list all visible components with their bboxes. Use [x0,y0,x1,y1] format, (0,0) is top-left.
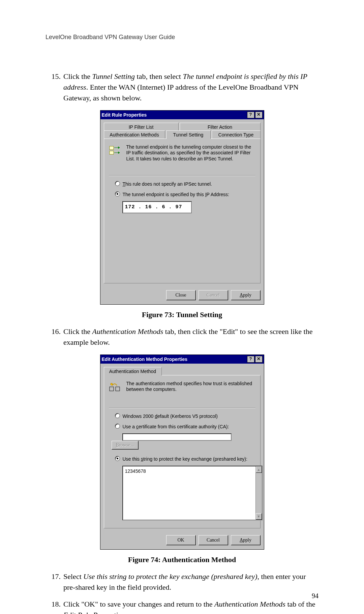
step-17-number: 17. [46,571,63,593]
step-18-text: Click "OK" to save your changes and retu… [63,599,318,614]
tab-auth-method[interactable]: Authentication Method [104,367,162,375]
ip-address-input[interactable]: 172 . 16 . 6 . 97 [122,201,192,213]
ip-endpoint-label: The tunnel endpoint is specified by this… [123,191,230,198]
certificate-radio[interactable] [115,424,120,429]
step-15-text: Click the Tunnel Setting tab, then selec… [63,71,318,103]
dialog-titlebar: Edit Rule Properties ? ✕ [100,111,264,119]
close-icon[interactable]: ✕ [255,112,263,118]
close-button[interactable]: Close [166,290,196,300]
ok-button[interactable]: OK [166,535,196,545]
preshared-key-radio[interactable] [115,456,120,461]
tunnel-description: The tunnel endpoint is the tunneling com… [126,144,255,162]
help-button[interactable]: ? [247,112,254,118]
browse-button: Browse... [112,441,139,450]
page-number: 94 [312,592,318,600]
tab-authentication-methods[interactable]: Authentication Methods [104,130,165,139]
figure-73-caption: Figure 73: Tunnel Setting [46,309,318,320]
scroll-down-icon[interactable]: ▼ [256,513,262,520]
step-15-number: 15. [46,71,63,103]
svg-rect-0 [110,146,114,150]
tab-connection-type[interactable]: Connection Type [212,130,261,139]
tab-filter-action[interactable]: Filter Action [180,123,261,131]
kerberos-radio[interactable] [115,413,120,418]
cancel-button: Cancel [199,290,228,300]
dialog-title: Edit Rule Properties [102,112,246,118]
step-17-text: Select Use this string to protect the ke… [63,571,318,593]
page-header: LevelOne Broadband VPN Gateway User Guid… [46,34,318,41]
svg-point-4 [111,383,113,385]
svg-rect-3 [116,387,120,391]
step-16-text: Click the Authentication Methods tab, th… [63,326,318,348]
ip-endpoint-radio[interactable] [115,191,120,196]
apply-button[interactable]: Apply [231,290,261,300]
no-ipsec-radio[interactable] [115,181,120,186]
cancel-button[interactable]: Cancel [199,535,228,545]
tab-ip-filter-list[interactable]: IP Filter List [104,123,179,131]
edit-auth-dialog: Edit Authentication Method Properties ? … [100,355,264,550]
step-18-number: 18. [46,599,63,614]
tunnel-icon [109,144,120,162]
auth-icon [109,381,120,394]
preshared-key-textarea[interactable]: 12345678 ▲ ▼ [122,466,263,520]
scroll-up-icon[interactable]: ▲ [256,466,262,473]
certificate-label: Use a certificate from this certificate … [123,423,229,430]
svg-rect-2 [110,387,114,391]
scrollbar[interactable]: ▲ ▼ [255,466,262,520]
dialog-title: Edit Authentication Method Properties [102,356,246,363]
help-button[interactable]: ? [247,356,254,363]
auth-description: The authentication method specifies how … [126,381,255,394]
step-16-number: 16. [46,326,63,348]
kerberos-label: Windows 2000 default (Kerberos V5 protoc… [123,413,218,420]
figure-74-caption: Figure 74: Authentication Method [46,554,318,565]
svg-rect-1 [110,151,114,154]
dialog-titlebar: Edit Authentication Method Properties ? … [100,355,264,364]
preshared-key-label: Use this string to protect the key excha… [123,456,247,462]
ca-input [122,433,232,441]
close-icon[interactable]: ✕ [255,356,263,363]
edit-rule-dialog: Edit Rule Properties ? ✕ IP Filter List … [100,110,264,305]
no-ipsec-label: This rule does not specify an IPSec tunn… [123,181,212,187]
apply-button[interactable]: Apply [231,535,261,545]
tab-tunnel-setting[interactable]: Tunnel Setting [166,130,211,139]
